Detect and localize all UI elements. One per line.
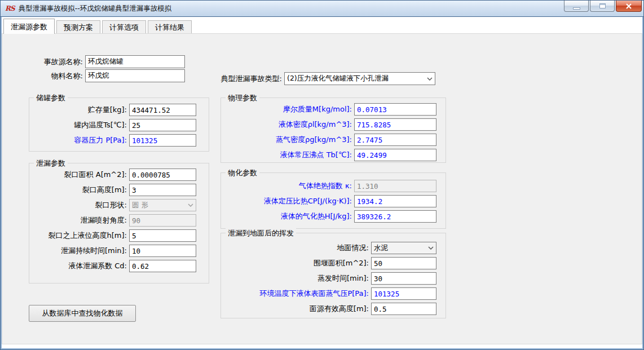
storage-amount-input[interactable]: [129, 104, 196, 116]
crack-area-input[interactable]: [129, 169, 196, 181]
dike-area-label: 围堰面积[m^2]:: [223, 257, 369, 269]
close-button[interactable]: [616, 1, 642, 12]
dike-area-input[interactable]: [371, 257, 436, 269]
tab-page-leak-source: 事故源名称: 物料名称: 典型泄漏事故类型: (2)压力液化气储罐液下小孔泄漏 …: [2, 33, 642, 344]
vaporization-heat-input[interactable]: [354, 210, 436, 223]
storage-amount-label: 贮存量[kg]:: [32, 104, 127, 116]
material-name-label: 物料名称:: [21, 70, 83, 82]
surface-vapor-pressure-label: 环境温度下液体表面蒸气压P[Pa]:: [223, 287, 369, 300]
field-row-specific-heat: 液体定压比热CP[J/(kg·K)]:: [223, 195, 436, 207]
field-row-surface-vapor-pressure: 环境温度下液体表面蒸气压P[Pa]:: [223, 287, 436, 300]
tab-strip: 泄漏源参数 预测方案 计算选项 计算结果: [3, 19, 193, 33]
discharge-coefficient-input[interactable]: [129, 260, 196, 272]
adiabatic-index-input: [354, 180, 436, 192]
liquid-level-above-crack-label: 裂口之上液位高度h[m]:: [32, 229, 127, 242]
tank-temperature-label: 罐内温度Ts[℃]:: [32, 119, 127, 131]
vapor-density-input[interactable]: [354, 134, 436, 146]
ground-condition-selected-value: 水泥: [374, 243, 388, 253]
chevron-down-icon: [428, 246, 434, 250]
evaporation-group-title: 泄漏到地面后的挥发: [226, 228, 296, 238]
jet-angle-input: [129, 214, 196, 227]
field-row-crack-area: 裂口面积 A[m^2]:: [32, 169, 196, 181]
caption-buttons: [564, 1, 642, 12]
field-row-accident-type: 典型泄漏事故类型: (2)压力液化气储罐液下小孔泄漏: [204, 72, 435, 85]
field-row-boiling-point: 液体常压沸点 Tb[℃]:: [223, 149, 436, 161]
field-row-jet-angle: 泄漏喷射角度:: [32, 214, 196, 227]
maximize-icon: [599, 3, 606, 8]
specific-heat-input[interactable]: [354, 195, 436, 207]
source-effective-height-label: 面源有效高度[m]:: [223, 303, 369, 315]
close-icon: [625, 3, 632, 9]
field-row-vapor-density: 蒸气密度ρg[kg/m^3]:: [223, 134, 436, 146]
chevron-down-icon: [188, 203, 193, 207]
field-row-dike-area: 围堰面积[m^2]:: [223, 257, 436, 269]
field-row-material-name: 物料名称:: [21, 69, 185, 82]
specific-heat-label: 液体定压比热CP[J/(kg·K)]:: [223, 195, 352, 207]
boiling-point-input[interactable]: [354, 149, 436, 161]
vessel-pressure-label: 容器压力 P[Pa]:: [32, 134, 127, 147]
field-row-tank-temperature: 罐内温度Ts[℃]:: [32, 119, 196, 131]
field-row-liquid-level-above-crack: 裂口之上液位高度h[m]:: [32, 229, 196, 242]
boiling-point-label: 液体常压沸点 Tb[℃]:: [223, 149, 352, 161]
accident-type-label: 典型泄漏事故类型:: [204, 73, 282, 85]
leak-params-group-title: 泄漏参数: [34, 158, 68, 169]
window-title: 典型泄漏事故模拟--环戊烷储罐典型泄漏事故模拟: [19, 4, 172, 14]
field-row-adiabatic-index: 气体绝热指数 κ:: [223, 180, 436, 192]
evaporation-time-input[interactable]: [371, 272, 436, 285]
physchem-params-group-title: 物化参数: [226, 168, 259, 178]
field-row-source-name: 事故源名称:: [21, 55, 185, 68]
field-row-liquid-density: 液体密度ρl[kg/m^3]:: [223, 118, 436, 131]
crack-area-label: 裂口面积 A[m^2]:: [32, 169, 127, 181]
accident-type-selected-value: (2)压力液化气储罐液下小孔泄漏: [287, 74, 389, 83]
title-bar: RS 典型泄漏事故模拟--环戊烷储罐典型泄漏事故模拟: [0, 0, 644, 17]
source-name-input[interactable]: [85, 55, 185, 68]
minimize-icon: [573, 7, 580, 10]
crack-height-label: 裂口高度[m]:: [32, 184, 127, 196]
db-lookup-button[interactable]: 从数据库中查找物化数据: [29, 305, 136, 322]
surface-vapor-pressure-input[interactable]: [371, 287, 436, 300]
vessel-pressure-input[interactable]: [129, 134, 196, 147]
discharge-coefficient-label: 液体泄漏系数 Cd:: [32, 260, 127, 272]
tank-params-group-title: 储罐参数: [34, 93, 68, 103]
app-window: RS 典型泄漏事故模拟--环戊烷储罐典型泄漏事故模拟 泄漏源参数 预测方案 计算…: [0, 0, 644, 350]
field-row-crack-shape: 裂口形状: 圆 形: [32, 199, 196, 211]
evaporation-time-label: 蒸发时间[min]:: [223, 272, 369, 285]
material-name-input[interactable]: [85, 69, 185, 82]
source-effective-height-input[interactable]: [371, 303, 436, 315]
tab-prediction-scheme[interactable]: 预测方案: [56, 20, 100, 33]
accident-type-select[interactable]: (2)压力液化气储罐液下小孔泄漏: [284, 72, 435, 85]
vapor-density-label: 蒸气密度ρg[kg/m^3]:: [223, 134, 352, 146]
physical-params-group-title: 物理参数: [226, 93, 259, 103]
molar-mass-input[interactable]: [354, 103, 436, 116]
field-row-vessel-pressure: 容器压力 P[Pa]:: [32, 134, 196, 147]
adiabatic-index-label: 气体绝热指数 κ:: [223, 180, 352, 192]
ground-condition-label: 地面情况:: [223, 242, 369, 254]
tab-calculation-options[interactable]: 计算选项: [102, 20, 146, 33]
crack-shape-select: 圆 形: [129, 199, 196, 211]
tab-leak-source-params[interactable]: 泄漏源参数: [3, 19, 55, 34]
field-row-discharge-coefficient: 液体泄漏系数 Cd:: [32, 260, 196, 272]
crack-shape-selected-value: 圆 形: [132, 201, 148, 210]
maximize-button[interactable]: [590, 1, 615, 12]
leak-duration-input[interactable]: [129, 245, 196, 257]
field-row-crack-height: 裂口高度[m]:: [32, 184, 196, 196]
jet-angle-label: 泄漏喷射角度:: [32, 214, 127, 227]
chevron-down-icon: [427, 77, 433, 81]
field-row-molar-mass: 摩尔质量M[kg/mol]:: [223, 103, 436, 116]
field-row-source-effective-height: 面源有效高度[m]:: [223, 303, 436, 315]
liquid-density-input[interactable]: [354, 118, 436, 131]
field-row-evaporation-time: 蒸发时间[min]:: [223, 272, 436, 285]
minimize-button[interactable]: [564, 1, 589, 12]
source-name-label: 事故源名称:: [21, 56, 83, 68]
crack-shape-label: 裂口形状:: [32, 199, 127, 211]
tab-calculation-results[interactable]: 计算结果: [148, 20, 192, 33]
field-row-vaporization-heat: 液体的气化热H[J/kg]:: [223, 210, 436, 223]
liquid-level-above-crack-input[interactable]: [129, 229, 196, 242]
field-row-leak-duration: 泄漏持续时间[min]:: [32, 245, 196, 257]
leak-duration-label: 泄漏持续时间[min]:: [32, 245, 127, 257]
vaporization-heat-label: 液体的气化热H[J/kg]:: [223, 210, 352, 223]
app-logo-icon: RS: [5, 5, 15, 12]
tank-temperature-input[interactable]: [129, 119, 196, 131]
ground-condition-select[interactable]: 水泥: [371, 242, 436, 254]
crack-height-input[interactable]: [129, 184, 196, 196]
